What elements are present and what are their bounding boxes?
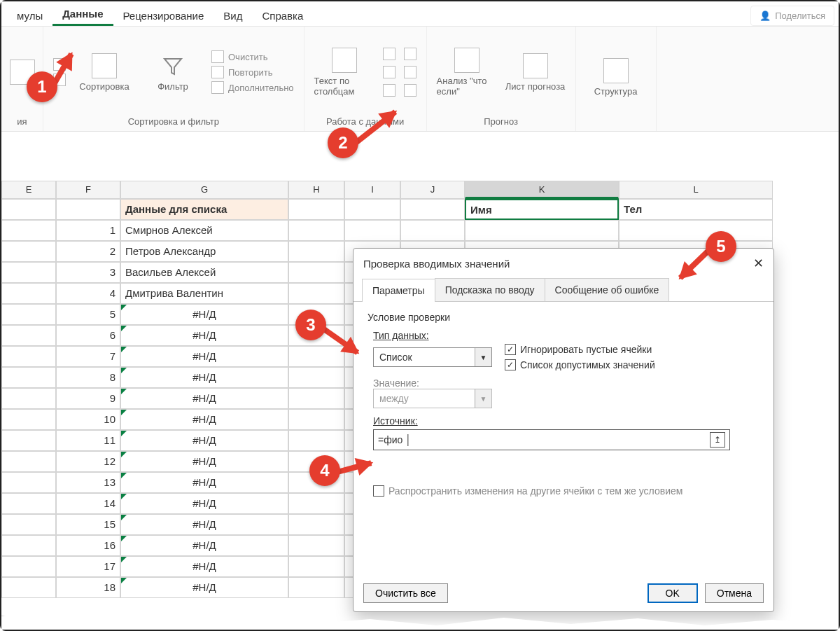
relationships-icon[interactable]	[404, 66, 416, 78]
cell-name[interactable]: #Н/Д	[120, 325, 288, 346]
cell[interactable]	[400, 199, 465, 220]
range-picker-button[interactable]: ↥	[710, 432, 725, 448]
tab-view[interactable]: Вид	[214, 4, 252, 26]
col-I[interactable]: I	[344, 181, 400, 199]
cell-rownum[interactable]: 15	[56, 514, 120, 535]
header-L[interactable]: Тел	[619, 199, 773, 220]
cell[interactable]	[288, 199, 344, 220]
cell-rownum[interactable]: 9	[56, 388, 120, 409]
cell[interactable]	[288, 409, 344, 430]
cell-name[interactable]: Васильев Алексей	[120, 262, 288, 283]
cell[interactable]	[1, 556, 56, 577]
cell[interactable]	[1, 514, 56, 535]
tab-review[interactable]: Рецензирование	[113, 4, 214, 26]
clear-filter-button[interactable]: Очистить	[211, 50, 294, 63]
cell[interactable]	[1, 451, 56, 472]
col-F[interactable]: F	[56, 181, 120, 199]
cell[interactable]	[1, 409, 56, 430]
cell[interactable]	[1, 241, 56, 262]
col-J[interactable]: J	[400, 181, 465, 199]
cell[interactable]	[1, 388, 56, 409]
cancel-button[interactable]: Отмена	[705, 583, 764, 603]
cell-rownum[interactable]: 10	[56, 409, 120, 430]
tab-formulas[interactable]: мулы	[7, 4, 52, 26]
cell[interactable]	[288, 262, 344, 283]
col-K[interactable]: K	[465, 181, 619, 199]
consolidate-icon[interactable]	[404, 48, 416, 60]
allow-dropdown[interactable]: Список ▼	[373, 347, 492, 367]
tab-help[interactable]: Справка	[252, 4, 313, 26]
sort-button[interactable]: Сортировка	[74, 53, 134, 92]
cell[interactable]	[1, 283, 56, 304]
cell-name[interactable]: #Н/Д	[120, 556, 288, 577]
col-E[interactable]: E	[1, 181, 56, 199]
close-button[interactable]: ✕	[753, 256, 764, 271]
cell-rownum[interactable]: 3	[56, 262, 120, 283]
cell[interactable]	[344, 199, 400, 220]
filter-button[interactable]: Фильтр	[143, 53, 203, 92]
cell-name[interactable]: #Н/Д	[120, 472, 288, 493]
cell-rownum[interactable]: 17	[56, 556, 120, 577]
cell-rownum[interactable]: 18	[56, 577, 120, 598]
header-K[interactable]: Имя	[465, 199, 619, 220]
cell[interactable]	[1, 220, 56, 241]
cell[interactable]	[1, 262, 56, 283]
data-validation-icon[interactable]	[383, 84, 396, 97]
cell-name[interactable]: #Н/Д	[120, 388, 288, 409]
cell[interactable]	[344, 220, 400, 241]
cell[interactable]	[288, 220, 344, 241]
cell-rownum[interactable]: 6	[56, 325, 120, 346]
cell[interactable]	[288, 367, 344, 388]
ok-button[interactable]: OK	[648, 583, 698, 603]
source-input[interactable]: =фио │ ↥	[373, 429, 730, 450]
cell[interactable]	[288, 283, 344, 304]
cell-name[interactable]: #Н/Д	[120, 430, 288, 451]
text-to-columns-button[interactable]: Текст по столбцам	[314, 48, 374, 97]
advanced-filter-button[interactable]: Дополнительно	[211, 81, 294, 94]
cell[interactable]	[288, 241, 344, 262]
col-H[interactable]: H	[288, 181, 344, 199]
cell-name[interactable]: #Н/Д	[120, 367, 288, 388]
cell-rownum[interactable]: 7	[56, 346, 120, 367]
cell-rownum[interactable]: 1	[56, 220, 120, 241]
cell[interactable]	[465, 220, 619, 241]
reapply-filter-button[interactable]: Повторить	[211, 66, 294, 78]
remove-dup-icon[interactable]	[383, 66, 396, 78]
cell-name[interactable]: #Н/Д	[120, 493, 288, 514]
cell[interactable]	[288, 577, 344, 598]
cell-name[interactable]: #Н/Д	[120, 535, 288, 556]
cell-name[interactable]: #Н/Д	[120, 346, 288, 367]
cell-name[interactable]: #Н/Д	[120, 409, 288, 430]
cell-name[interactable]: #Н/Д	[120, 514, 288, 535]
cell[interactable]	[400, 220, 465, 241]
share-button[interactable]: 👤 Поделиться	[750, 6, 834, 26]
tab-input-message[interactable]: Подсказка по вводу	[435, 278, 545, 301]
cell[interactable]	[1, 493, 56, 514]
cell-name[interactable]: Петров Александр	[120, 241, 288, 262]
forecast-sheet-button[interactable]: Лист прогноза	[505, 53, 566, 92]
in-cell-dropdown-checkbox[interactable]: ✓Список допустимых значений	[505, 359, 655, 370]
cell[interactable]	[1, 577, 56, 598]
col-L[interactable]: L	[619, 181, 773, 199]
cell[interactable]	[1, 325, 56, 346]
cell-rownum[interactable]: 8	[56, 367, 120, 388]
cell[interactable]	[1, 346, 56, 367]
cell-name[interactable]: #Н/Д	[120, 577, 288, 598]
cell-rownum[interactable]: 12	[56, 451, 120, 472]
cell[interactable]	[1, 304, 56, 325]
tab-data[interactable]: Данные	[52, 2, 113, 26]
cell[interactable]	[619, 220, 773, 241]
clear-all-button[interactable]: Очистить все	[363, 583, 448, 603]
cell[interactable]	[1, 535, 56, 556]
cell-rownum[interactable]: 13	[56, 472, 120, 493]
cell[interactable]	[288, 493, 344, 514]
cell[interactable]	[1, 472, 56, 493]
col-G[interactable]: G	[120, 181, 288, 199]
tab-error-alert[interactable]: Сообщение об ошибке	[545, 278, 670, 301]
cell-rownum[interactable]: 16	[56, 535, 120, 556]
cell[interactable]	[288, 430, 344, 451]
tab-settings[interactable]: Параметры	[362, 279, 435, 302]
cell[interactable]	[1, 430, 56, 451]
header-G[interactable]: Данные для списка	[120, 199, 288, 220]
cell[interactable]	[288, 556, 344, 577]
